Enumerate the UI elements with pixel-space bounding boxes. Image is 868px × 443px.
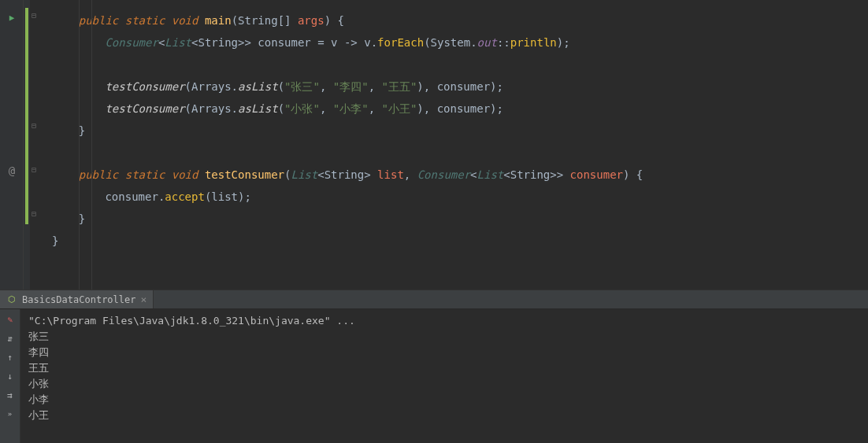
fold-mark-icon[interactable]: ⊟ [32, 165, 36, 174]
override-icon[interactable]: @ [6, 164, 18, 177]
tab-label: BasicsDataController [22, 294, 136, 305]
code-line[interactable]: testConsumer(Arrays.asList("小张", "小李", "… [41, 98, 868, 120]
edit-icon[interactable]: ✎ [3, 312, 17, 327]
code-editor[interactable]: ▶ @ ⊟ ⊟ ⊟ ⊟ public static void main(Stri… [0, 0, 868, 290]
change-strip [25, 8, 28, 224]
up-icon[interactable]: ↑ [3, 350, 17, 364]
run-tab[interactable]: ⬡ BasicsDataController × [0, 290, 154, 308]
code-line[interactable]: } [41, 230, 868, 252]
console-output[interactable]: "C:\Program Files\Java\jdk1.8.0_321\bin\… [20, 309, 868, 443]
fold-mark-icon[interactable]: ⊟ [32, 121, 36, 130]
console-output-line: 小王 [28, 408, 860, 423]
change-indicator-bar [24, 0, 30, 290]
console-panel: ✎ ⇵ ↑ ↓ ⇉ » "C:\Program Files\Java\jdk1.… [0, 309, 868, 443]
toggle-icon[interactable]: ⇵ [3, 331, 17, 345]
code-line[interactable]: public static void main(String[] args) { [41, 9, 868, 31]
console-toolbar: ✎ ⇵ ↑ ↓ ⇉ » [0, 309, 20, 443]
console-output-line: 张三 [28, 329, 860, 345]
console-output-line: 小李 [28, 392, 860, 408]
code-line[interactable]: } [41, 208, 868, 230]
indent-guide [79, 0, 80, 290]
fold-mark-icon[interactable]: ⊟ [32, 11, 36, 20]
code-line[interactable] [41, 142, 868, 164]
code-line[interactable]: Consumer<List<String>> consumer = v -> v… [41, 31, 868, 54]
code-line[interactable]: consumer.accept(list); [41, 186, 868, 208]
code-line[interactable]: } [41, 120, 868, 142]
fold-gutter: ⊟ ⊟ ⊟ ⊟ [30, 0, 41, 290]
console-command-line: "C:\Program Files\Java\jdk1.8.0_321\bin\… [28, 313, 860, 329]
indent-guide [91, 0, 92, 290]
down-icon[interactable]: ↓ [3, 369, 17, 383]
console-output-line: 李四 [28, 345, 860, 360]
expand-icon[interactable]: » [3, 407, 17, 421]
spring-icon: ⬡ [6, 294, 17, 305]
code-line[interactable]: public static void testConsumer(List<Str… [41, 164, 868, 186]
code-content[interactable]: public static void main(String[] args) {… [41, 0, 868, 290]
close-icon[interactable]: × [141, 293, 147, 305]
run-tab-bar: ⬡ BasicsDataController × [0, 290, 868, 309]
console-output-line: 王五 [28, 360, 860, 376]
console-output-line: 小张 [28, 376, 860, 392]
run-icon[interactable]: ▶ [6, 11, 18, 24]
code-line[interactable]: testConsumer(Arrays.asList("张三", "李四", "… [41, 76, 868, 98]
code-line[interactable] [41, 54, 868, 76]
fold-mark-icon[interactable]: ⊟ [32, 209, 36, 218]
wrap-icon[interactable]: ⇉ [3, 388, 17, 402]
gutter: ▶ @ [0, 0, 24, 290]
